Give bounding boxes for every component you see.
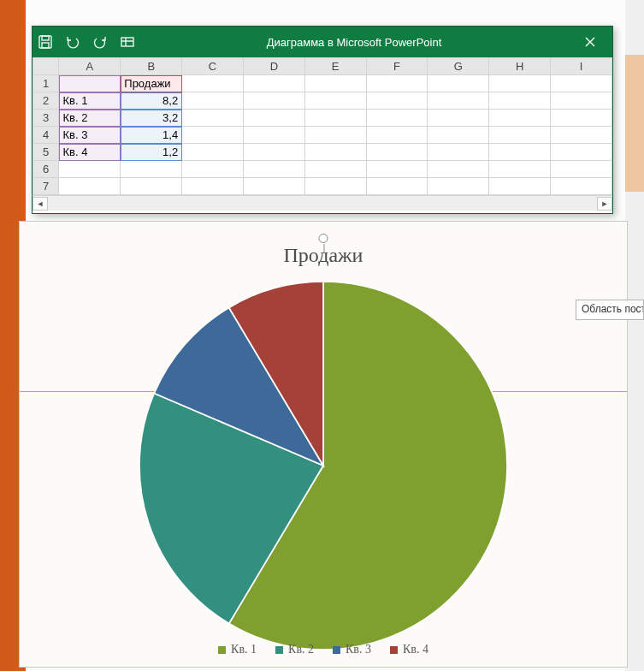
cell[interactable] [551,178,612,195]
cell[interactable] [182,144,244,161]
cell[interactable] [428,161,489,178]
legend-item: Кв. 2 [275,643,314,656]
cell[interactable] [304,127,366,144]
cell[interactable] [59,161,121,178]
cell[interactable] [243,178,304,195]
spreadsheet[interactable]: A B C D E F G H I 1 Продажи 2 Кв. 1 8,2 [32,57,612,213]
row-header[interactable]: 4 [33,127,59,144]
cell[interactable] [366,75,428,92]
chart-data-window: Диаграмма в Microsoft PowerPoint A B C D… [32,26,613,214]
cell[interactable] [304,178,366,195]
row-header[interactable]: 6 [33,161,59,178]
cell[interactable] [489,75,551,92]
undo-icon[interactable] [65,34,80,50]
cell[interactable] [59,75,121,92]
horizontal-scrollbar[interactable]: ◄ ► [32,195,612,211]
col-header[interactable]: H [489,58,551,75]
col-header[interactable]: E [304,58,366,75]
cell[interactable] [489,127,551,144]
cell[interactable] [121,178,182,195]
row-header[interactable]: 3 [33,110,59,127]
cell[interactable] [304,92,366,110]
cell[interactable] [428,110,489,127]
legend-item: Кв. 3 [333,643,371,656]
cell[interactable] [182,110,244,127]
cell[interactable] [366,178,428,195]
cell[interactable] [59,178,121,195]
svg-rect-1 [42,36,49,40]
svg-rect-2 [42,43,49,48]
cell[interactable] [489,110,551,127]
cell-category[interactable]: Кв. 4 [59,144,121,161]
cell[interactable] [182,127,244,144]
legend-item: Кв. 1 [218,643,257,656]
save-icon[interactable] [38,34,53,50]
cell[interactable] [366,127,428,144]
edit-data-icon[interactable] [120,34,135,50]
cell[interactable] [551,127,612,144]
scroll-left-icon[interactable]: ◄ [32,197,48,211]
cell[interactable] [304,75,366,92]
cell[interactable] [489,161,551,178]
cell[interactable] [182,75,244,92]
data-grid[interactable]: A B C D E F G H I 1 Продажи 2 Кв. 1 8,2 [32,57,612,195]
cell[interactable] [428,144,489,161]
cell[interactable] [182,92,244,110]
col-header[interactable]: G [428,58,489,75]
cell-category[interactable]: Кв. 2 [59,110,121,127]
col-header[interactable]: A [59,58,121,75]
cell-value[interactable]: 1,4 [121,127,182,144]
col-header[interactable]: C [182,58,244,75]
cell[interactable] [243,144,304,161]
slide-canvas[interactable]: Продажи Кв. 1 Кв. 2 Кв. 3 Кв. 4 [19,221,628,668]
cell[interactable] [428,127,489,144]
cell[interactable] [428,92,489,110]
cell[interactable] [243,75,304,92]
cell-value[interactable]: 8,2 [121,92,182,110]
close-button[interactable] [573,27,607,57]
col-header[interactable]: B [121,58,182,75]
row-header[interactable]: 7 [33,178,59,195]
cell[interactable] [551,75,612,92]
row-header[interactable]: 2 [33,92,59,110]
cell[interactable] [428,178,489,195]
cell[interactable] [366,161,428,178]
cell[interactable] [243,110,304,127]
cell[interactable] [551,161,612,178]
cell-category[interactable]: Кв. 3 [59,127,121,144]
cell-series-name[interactable]: Продажи [121,75,182,92]
cell[interactable] [366,92,428,110]
row-header[interactable]: 5 [33,144,59,161]
cell[interactable] [243,92,304,110]
cell[interactable] [551,110,612,127]
cell[interactable] [304,161,366,178]
cell[interactable] [428,75,489,92]
row-header[interactable]: 1 [33,75,59,92]
cell[interactable] [366,144,428,161]
cell[interactable] [304,144,366,161]
cell[interactable] [304,110,366,127]
col-header[interactable]: I [551,58,612,75]
cell[interactable] [489,178,551,195]
select-all-corner[interactable] [33,58,59,75]
rotate-handle-icon[interactable] [319,234,328,243]
cell[interactable] [121,161,182,178]
cell[interactable] [243,161,304,178]
cell[interactable] [551,144,612,161]
cell[interactable] [182,161,244,178]
redo-icon[interactable] [92,34,108,50]
col-header[interactable]: D [243,58,304,75]
cell[interactable] [489,144,551,161]
scroll-track[interactable] [48,197,597,211]
cell[interactable] [243,127,304,144]
cell-category[interactable]: Кв. 1 [59,92,121,110]
col-header[interactable]: F [366,58,428,75]
pie-chart[interactable] [139,282,507,650]
cell-value[interactable]: 1,2 [121,144,182,161]
cell[interactable] [489,92,551,110]
scroll-right-icon[interactable]: ► [597,197,612,211]
cell[interactable] [182,178,244,195]
cell-value[interactable]: 3,2 [121,110,182,127]
cell[interactable] [551,92,612,110]
cell[interactable] [366,110,428,127]
